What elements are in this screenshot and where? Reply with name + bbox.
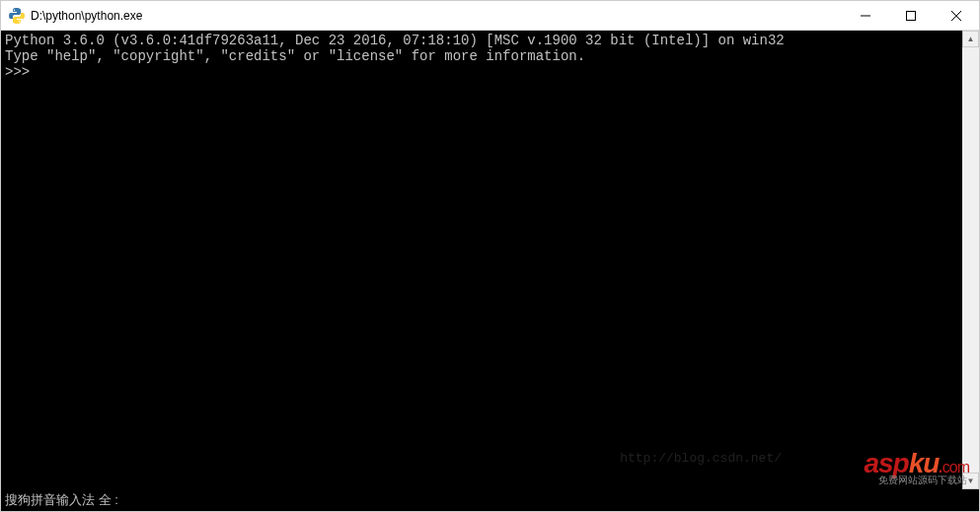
console-line: Type "help", "copyright", "credits" or "… xyxy=(5,48,585,64)
maximize-button[interactable] xyxy=(888,1,934,30)
application-window: D:\python\python.exe Python 3.6.0 (v3.6.… xyxy=(0,0,980,512)
ime-status-text: 搜狗拼音输入法 全 : xyxy=(5,491,118,509)
minimize-button[interactable] xyxy=(843,1,888,30)
watermark-url: http://blog.csdn.net/ xyxy=(620,451,782,466)
svg-rect-0 xyxy=(907,11,916,20)
window-controls xyxy=(843,1,979,30)
console-line: Python 3.6.0 (v3.6.0:41df79263a11, Dec 2… xyxy=(5,33,785,48)
watermark-subtitle: 免费网站源码下载站 xyxy=(878,474,967,487)
console-prompt: >>> xyxy=(5,64,30,80)
scroll-track[interactable] xyxy=(962,47,979,473)
python-app-icon xyxy=(9,8,25,24)
console-area[interactable]: Python 3.6.0 (v3.6.0:41df79263a11, Dec 2… xyxy=(1,31,979,489)
titlebar[interactable]: D:\python\python.exe xyxy=(1,1,979,31)
ime-status-bar: 搜狗拼音输入法 全 : xyxy=(1,489,979,511)
window-title: D:\python\python.exe xyxy=(31,9,843,23)
vertical-scrollbar[interactable]: ▲ ▼ xyxy=(962,31,979,489)
scroll-up-button[interactable]: ▲ xyxy=(962,31,979,47)
close-button[interactable] xyxy=(934,1,979,30)
console-output: Python 3.6.0 (v3.6.0:41df79263a11, Dec 2… xyxy=(1,31,979,82)
